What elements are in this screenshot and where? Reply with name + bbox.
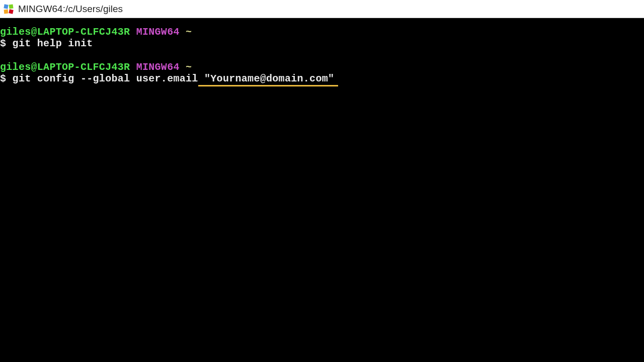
prompt-line-1: giles@LAPTOP-CLFCJ43R MINGW64 ~ (0, 26, 644, 38)
path-text: ~ (186, 61, 192, 73)
prompt-line-2: giles@LAPTOP-CLFCJ43R MINGW64 ~ (0, 61, 644, 73)
email-argument-highlight: "Yourname@domain.com" (198, 73, 335, 84)
command-text-2-highlight: "Yourname@domain.com" (198, 73, 335, 84)
svg-rect-2 (4, 9, 9, 14)
svg-rect-3 (9, 9, 13, 14)
path-text: ~ (186, 26, 192, 38)
command-text-2-pre: git config --global user.email (6, 73, 198, 84)
user-host-text: giles@LAPTOP-CLFCJ43R (0, 61, 130, 73)
svg-rect-0 (4, 4, 8, 9)
svg-rect-1 (9, 4, 13, 9)
command-text-1: git help init (6, 38, 93, 49)
window-title: MINGW64:/c/Users/giles (18, 4, 123, 15)
env-text: MINGW64 (136, 61, 180, 73)
prompt-symbol: $ (0, 38, 6, 49)
user-host-text: giles@LAPTOP-CLFCJ43R (0, 26, 130, 38)
terminal-area[interactable]: giles@LAPTOP-CLFCJ43R MINGW64 ~ $ git he… (0, 18, 644, 84)
yellow-underline (198, 85, 339, 86)
prompt-symbol: $ (0, 73, 6, 84)
blank-line (0, 49, 644, 61)
window-titlebar: MINGW64:/c/Users/giles (0, 0, 644, 18)
mingw-icon (3, 4, 14, 15)
command-line-1: $ git help init (0, 38, 644, 49)
command-line-2: $ git config --global user.email "Yourna… (0, 73, 644, 84)
env-text: MINGW64 (136, 26, 180, 38)
